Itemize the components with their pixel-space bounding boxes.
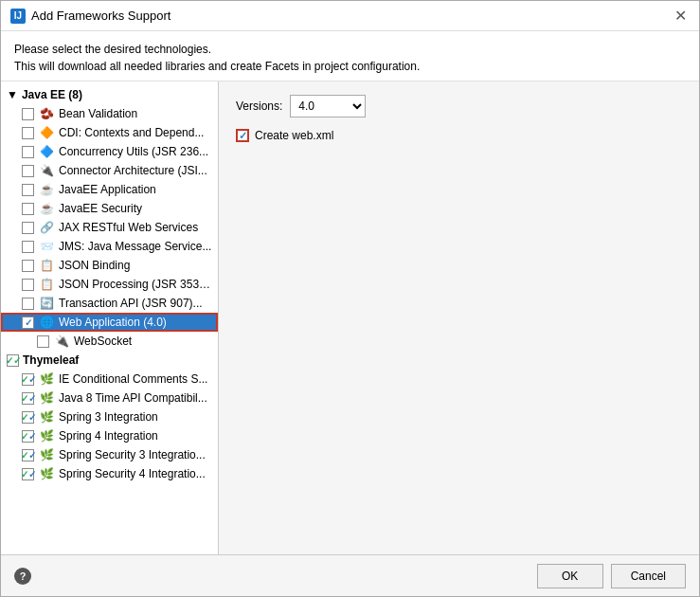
list-item[interactable]: 🔗 JAX RESTful Web Services — [1, 218, 218, 237]
javaee-app-label: JavaEE Application — [59, 183, 156, 196]
spring4-icon: 🌿 — [39, 428, 54, 443]
jax-restful-label: JAX RESTful Web Services — [59, 221, 198, 234]
java8-compat-checkbox[interactable]: ✓ — [22, 392, 34, 405]
versions-row: Versions: 4.0 3.1 3.0 2.5 — [236, 95, 682, 118]
java-ee-collapse-icon: ▼ — [7, 88, 18, 101]
spring-security3-icon: 🌿 — [39, 447, 54, 462]
bottom-buttons: OK Cancel — [537, 564, 686, 588]
list-item[interactable]: ☕ JavaEE Application — [1, 180, 218, 199]
json-binding-checkbox[interactable] — [22, 260, 34, 272]
ie-comments-checkbox[interactable]: ✓ — [22, 373, 34, 386]
list-item[interactable]: ✓ 🌿 Spring 3 Integration — [1, 407, 218, 426]
spring3-label: Spring 3 Integration — [59, 410, 158, 424]
list-item[interactable]: 🌐 Web Application (4.0) — [1, 313, 218, 332]
json-processing-icon: 📋 — [39, 277, 54, 292]
spring-security4-label: Spring Security 4 Integratio... — [59, 467, 206, 480]
web-app-checkbox[interactable] — [22, 317, 34, 329]
transaction-label: Transaction API (JSR 907)... — [59, 297, 203, 310]
jms-icon: 📨 — [39, 239, 54, 254]
spring3-icon: 🌿 — [39, 409, 54, 425]
concurrency-icon: 🔷 — [39, 144, 54, 159]
create-webxml-checkbox[interactable] — [236, 129, 249, 142]
thymeleaf-section-label: Thymeleaf — [23, 353, 79, 367]
spring-security3-label: Spring Security 3 Integratio... — [59, 448, 206, 461]
list-item[interactable]: ✓ 🌿 Spring Security 3 Integratio... — [1, 445, 218, 464]
list-item[interactable]: 🫘 Bean Validation — [1, 104, 218, 123]
ie-icon: 🌿 — [39, 371, 54, 387]
concurrency-checkbox[interactable] — [22, 146, 34, 158]
list-item[interactable]: 📨 JMS: Java Message Service... — [1, 237, 218, 256]
web-app-icon: 🌐 — [39, 315, 54, 330]
cdi-icon: 🔶 — [39, 125, 54, 140]
help-icon-label: ? — [20, 570, 27, 582]
javaee-security-icon: ☕ — [39, 201, 54, 216]
bean-validation-checkbox[interactable] — [22, 108, 34, 120]
list-item[interactable]: 📋 JSON Binding — [1, 256, 218, 275]
list-item[interactable]: 📋 JSON Processing (JSR 353)... — [1, 275, 218, 294]
jax-restful-checkbox[interactable] — [22, 222, 34, 234]
bean-validation-label: Bean Validation — [59, 107, 137, 120]
spring-security4-icon: 🌿 — [39, 466, 54, 481]
thymeleaf-section-header: ✓ Thymeleaf — [1, 351, 218, 370]
spring-security4-checkbox[interactable]: ✓ — [22, 468, 34, 480]
dialog-title: Add Frameworks Support — [31, 9, 171, 23]
spring3-checkbox[interactable]: ✓ — [22, 411, 34, 424]
bean-icon: 🫘 — [39, 106, 54, 121]
javaee-app-checkbox[interactable] — [22, 184, 34, 196]
websocket-checkbox[interactable] — [37, 335, 49, 348]
list-item[interactable]: ☕ JavaEE Security — [1, 199, 218, 218]
help-button[interactable]: ? — [14, 568, 31, 585]
right-panel: Versions: 4.0 3.1 3.0 2.5 Create web.xml — [219, 81, 699, 554]
bottom-bar: ? OK Cancel — [1, 554, 699, 596]
description-line1: Please select the desired technologies. — [14, 41, 686, 58]
concurrency-label: Concurrency Utils (JSR 236... — [59, 145, 208, 158]
java8-compat-label: Java 8 Time API Compatibil... — [59, 391, 207, 405]
spring4-label: Spring 4 Integration — [59, 429, 158, 443]
list-item[interactable]: ✓ 🌿 Java 8 Time API Compatibil... — [1, 389, 218, 407]
jms-label: JMS: Java Message Service... — [59, 240, 211, 253]
websocket-icon: 🔌 — [54, 334, 69, 349]
javaee-app-icon: ☕ — [39, 182, 54, 197]
title-bar: IJ Add Frameworks Support ✕ — [1, 1, 699, 31]
title-bar-left: IJ Add Frameworks Support — [10, 9, 171, 24]
java-ee-section-label: Java EE (8) — [22, 88, 82, 101]
thymeleaf-section-checkbox[interactable]: ✓ — [7, 354, 19, 367]
java-ee-section-header: ▼ Java EE (8) — [1, 85, 218, 104]
spring-security3-checkbox[interactable]: ✓ — [22, 449, 34, 461]
spring4-checkbox[interactable]: ✓ — [22, 430, 34, 443]
connector-icon: 🔌 — [39, 163, 54, 178]
list-item[interactable]: 🔌 Connector Architecture (JSI... — [1, 161, 218, 180]
cdi-label: CDI: Contexts and Depend... — [59, 126, 204, 139]
add-frameworks-dialog: IJ Add Frameworks Support ✕ Please selec… — [0, 0, 700, 597]
web-app-label: Web Application (4.0) — [59, 316, 167, 329]
ok-button[interactable]: OK — [537, 564, 603, 588]
websocket-label: WebSocket — [74, 335, 132, 348]
versions-select[interactable]: 4.0 3.1 3.0 2.5 — [290, 95, 366, 118]
cdi-checkbox[interactable] — [22, 127, 34, 139]
list-item[interactable]: ✓ 🌿 Spring Security 4 Integratio... — [1, 464, 218, 483]
list-item[interactable]: ✓ 🌿 Spring 4 Integration — [1, 426, 218, 445]
jax-icon: 🔗 — [39, 220, 54, 235]
javaee-security-checkbox[interactable] — [22, 203, 34, 215]
cancel-button[interactable]: Cancel — [611, 564, 686, 588]
connector-label: Connector Architecture (JSI... — [59, 164, 207, 177]
description-area: Please select the desired technologies. … — [1, 31, 699, 81]
dialog-icon: IJ — [10, 9, 26, 24]
connector-checkbox[interactable] — [22, 165, 34, 177]
jms-checkbox[interactable] — [22, 241, 34, 253]
description-line2: This will download all needed libraries … — [14, 58, 686, 75]
create-webxml-label: Create web.xml — [255, 129, 333, 142]
javaee-security-label: JavaEE Security — [59, 202, 142, 215]
create-webxml-row: Create web.xml — [236, 129, 682, 142]
versions-label: Versions: — [236, 100, 282, 113]
list-item[interactable]: 🔌 WebSocket — [1, 332, 218, 351]
transaction-icon: 🔄 — [39, 296, 54, 311]
list-item[interactable]: 🔄 Transaction API (JSR 907)... — [1, 294, 218, 313]
json-binding-icon: 📋 — [39, 258, 54, 273]
list-item[interactable]: 🔶 CDI: Contexts and Depend... — [1, 123, 218, 142]
json-processing-checkbox[interactable] — [22, 279, 34, 291]
close-button[interactable]: ✕ — [671, 7, 690, 26]
list-item[interactable]: 🔷 Concurrency Utils (JSR 236... — [1, 142, 218, 161]
list-item[interactable]: ✓ 🌿 IE Conditional Comments S... — [1, 370, 218, 389]
transaction-checkbox[interactable] — [22, 298, 34, 310]
